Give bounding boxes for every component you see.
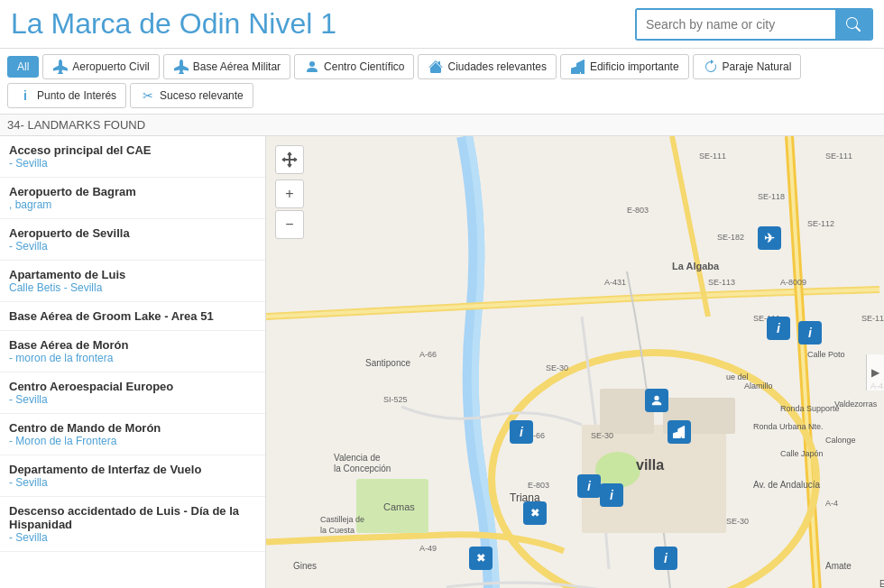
landmark-count: 34 [7, 118, 20, 132]
filter-suceso-label: Suceso relevante [160, 89, 244, 102]
svg-text:Ronda Supporte: Ronda Supporte [780, 404, 840, 413]
main-content: Acceso principal del CAE- SevillaAeropue… [0, 136, 884, 588]
landmark-item[interactable]: Base Aérea de Groom Lake - Area 51 [0, 302, 265, 331]
landmark-sub: - moron de la frontera [9, 352, 256, 364]
svg-text:ue del: ue del [726, 372, 749, 381]
map-controls: + − [275, 145, 304, 239]
svg-point-6 [595, 452, 640, 488]
landmark-item[interactable]: Centro Aeroespacial Europeo- Sevilla [0, 372, 265, 414]
landmark-name: Apartamento de Luis [9, 268, 256, 281]
filter-paraje-label: Paraje Natural [723, 60, 792, 73]
map-marker-person-1[interactable] [645, 389, 668, 412]
svg-text:SE-30: SE-30 [726, 517, 749, 526]
landmark-item[interactable]: Descenso accidentado de Luis - Día de la… [0, 497, 265, 552]
search-input[interactable] [637, 10, 835, 39]
map-marker-info-4[interactable]: i [577, 474, 601, 498]
svg-text:Ronda Urbana Nte.: Ronda Urbana Nte. [753, 422, 824, 431]
map-marker-plane-1[interactable]: ✈ [758, 226, 781, 250]
svg-text:Calonge: Calonge [825, 436, 856, 445]
landmark-name: Centro de Mando de Morón [9, 421, 256, 435]
punto-interes-icon: i [17, 87, 33, 104]
svg-text:Santiponce: Santiponce [365, 358, 410, 368]
header: La Marca de Odin Nivel 1 [0, 0, 884, 49]
landmark-name: Base Aérea de Morón [9, 338, 256, 352]
status-bar: 34- LANDMARKS FOUND [0, 115, 884, 136]
svg-text:SI-525: SI-525 [383, 395, 408, 404]
filter-paraje-natural[interactable]: Paraje Natural [693, 54, 802, 79]
landmark-item[interactable]: Aeropuerto de Sevilla- Sevilla [0, 219, 265, 261]
filter-base-aerea-label: Base Aérea Militar [193, 60, 281, 73]
landmark-item[interactable]: Base Aérea de Morón- moron de la fronter… [0, 331, 265, 372]
filter-centro-cientifico-label: Centro Científico [324, 60, 404, 73]
svg-text:A-4: A-4 [825, 499, 838, 508]
svg-text:SE-111: SE-111 [699, 152, 726, 161]
filter-suceso-relevante[interactable]: ✂ Suceso relevante [130, 83, 253, 108]
map-marker-info-5[interactable]: i [600, 483, 623, 507]
search-icon [846, 17, 861, 32]
svg-text:Valdezorras: Valdezorras [834, 400, 878, 409]
zoom-out-button[interactable]: − [275, 210, 304, 239]
map-marker-info-3[interactable]: i [510, 420, 533, 444]
filter-bar: All Aeropuerto Civil Base Aérea Militar … [0, 49, 884, 115]
landmark-name: Departamento de Interfaz de Vuelo [9, 463, 256, 476]
svg-text:A-66: A-66 [419, 350, 437, 359]
map-marker-building-1[interactable] [668, 420, 691, 444]
svg-text:SE-112: SE-112 [807, 219, 834, 228]
landmark-name: Aeropuerto de Sevilla [9, 226, 256, 240]
filter-all[interactable]: All [7, 56, 39, 78]
edificio-icon [570, 59, 586, 75]
ciudades-icon [428, 59, 444, 75]
page-title: La Marca de Odin Nivel 1 [11, 7, 336, 41]
landmark-item[interactable]: Departamento de Interfaz de Vuelo- Sevil… [0, 455, 265, 497]
map-nav-right[interactable]: ▶ [866, 354, 884, 390]
svg-text:SE-182: SE-182 [717, 233, 744, 242]
svg-text:A-8009: A-8009 [780, 278, 806, 287]
zoom-in-button[interactable]: + [275, 179, 304, 208]
landmark-sub: - Sevilla [9, 476, 256, 489]
landmark-item[interactable]: Apartamento de LuisCalle Betis - Sevilla [0, 261, 265, 302]
sidebar[interactable]: Acceso principal del CAE- SevillaAeropue… [0, 136, 266, 588]
map-marker-walk-2[interactable]: ✖ [469, 547, 493, 570]
svg-text:Castilleja de: Castilleja de [320, 515, 364, 524]
landmark-sub: Calle Betis - Sevilla [9, 281, 256, 294]
svg-text:SE-113: SE-113 [708, 278, 735, 287]
svg-text:A-49: A-49 [419, 544, 437, 553]
filter-aeropuerto-civil[interactable]: Aeropuerto Civil [42, 54, 159, 79]
landmark-name: Descenso accidentado de Luis - Día de la… [9, 504, 256, 531]
landmark-sub: - Sevilla [9, 157, 256, 170]
landmark-name: Base Aérea de Groom Lake - Area 51 [9, 309, 256, 323]
base-aerea-icon [173, 59, 189, 75]
svg-text:la Concepción: la Concepción [334, 464, 391, 473]
svg-text:Av. de Andalucía: Av. de Andalucía [753, 480, 821, 490]
map-marker-info-2[interactable]: i [798, 321, 822, 345]
landmark-sub: - Sevilla [9, 240, 256, 253]
svg-text:Calle Poto: Calle Poto [807, 350, 845, 359]
landmark-item[interactable]: Centro de Mando de Morón- Moron de la Fr… [0, 414, 265, 455]
svg-text:E-803: E-803 [627, 206, 649, 215]
svg-text:A-431: A-431 [604, 278, 626, 287]
filter-centro-cientifico[interactable]: Centro Científico [294, 54, 414, 79]
suceso-icon: ✂ [140, 87, 156, 104]
filter-base-aerea-militar[interactable]: Base Aérea Militar [163, 54, 290, 79]
svg-text:la Cuesta: la Cuesta [320, 526, 355, 535]
pan-control[interactable] [275, 145, 304, 174]
search-container [635, 8, 873, 41]
filter-aeropuerto-civil-label: Aeropuerto Civil [72, 60, 149, 73]
landmark-item[interactable]: Acceso principal del CAE- Sevilla [0, 136, 265, 178]
landmark-label: - LANDMARKS FOUND [20, 118, 145, 132]
filter-punto-interes[interactable]: i Punto de Interés [7, 83, 126, 108]
map-container[interactable]: SE-111 SE-111 SE-118 E-803 SE-182 SE-112… [266, 136, 884, 588]
svg-text:Gines: Gines [293, 561, 317, 571]
landmark-sub: , bagram [9, 198, 256, 211]
map-marker-walk-1[interactable]: ✖ [523, 501, 547, 525]
map-marker-info-1[interactable]: i [767, 317, 790, 340]
svg-text:Camas: Camas [383, 501, 415, 512]
landmark-item[interactable]: Aeropuerto de Bagram, bagram [0, 178, 265, 219]
landmark-sub: - Moron de la Frontera [9, 435, 256, 447]
centro-cientifico-icon [304, 59, 320, 75]
filter-edificio-importante[interactable]: Edificio importante [560, 54, 689, 79]
search-button[interactable] [835, 10, 871, 39]
map-marker-info-6[interactable]: i [654, 547, 677, 570]
filter-ciudades-relevantes[interactable]: Ciudades relevantes [418, 54, 556, 79]
filter-ciudades-label: Ciudades relevantes [447, 60, 546, 73]
